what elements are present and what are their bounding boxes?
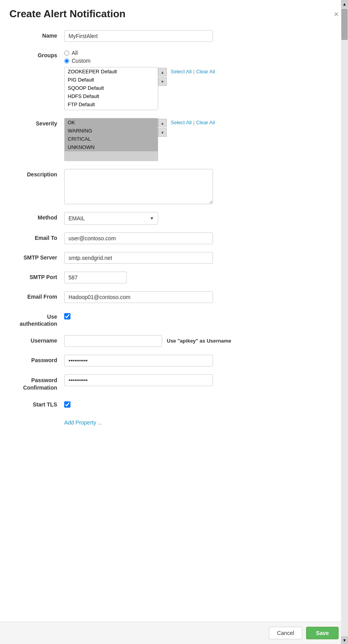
description-label: Description xyxy=(9,169,64,178)
email-from-label: Email From xyxy=(9,291,64,300)
email-to-input[interactable] xyxy=(64,232,213,244)
dialog-footer: Cancel Save xyxy=(0,622,348,644)
close-button[interactable]: × xyxy=(334,10,339,18)
list-item[interactable]: UNKNOWN xyxy=(65,143,158,151)
groups-label: Groups xyxy=(9,50,64,58)
severity-listbox-container: OK WARNING CRITICAL UNKNOWN ▲ ▼ Select A… xyxy=(64,118,215,161)
groups-radio-group: All Custom xyxy=(64,50,90,64)
groups-row: Groups All Custom ZOOKEEPER Default P xyxy=(9,50,339,110)
method-label: Method xyxy=(9,212,64,221)
method-select-wrap: EMAIL SNMP PAGERDUTY ▼ xyxy=(64,212,158,225)
method-row: Method EMAIL SNMP PAGERDUTY ▼ xyxy=(9,212,339,225)
password-row: Password xyxy=(9,355,339,366)
add-property-btn[interactable]: Add Property ... xyxy=(64,419,102,426)
password-confirm-label: Password Confirmation xyxy=(9,374,64,391)
smtp-server-row: SMTP Server xyxy=(9,252,339,264)
start-tls-row: Start TLS xyxy=(9,399,339,408)
password-confirm-control xyxy=(64,374,339,386)
list-item[interactable]: SQOOP Default xyxy=(65,84,158,92)
groups-listbox[interactable]: ZOOKEEPER Default PIG Default SQOOP Defa… xyxy=(64,67,158,110)
list-item[interactable]: WARNING xyxy=(65,127,158,135)
start-tls-checkbox[interactable] xyxy=(64,401,70,408)
severity-clear-all-btn[interactable]: Clear All xyxy=(196,120,215,125)
scrollbar-down-btn[interactable]: ▼ xyxy=(341,636,348,644)
username-row: Username Use "apikey" as Username xyxy=(9,335,339,347)
groups-radio-custom-input[interactable] xyxy=(64,58,69,63)
smtp-port-control xyxy=(64,272,339,283)
scrollbar-thumb[interactable] xyxy=(341,9,348,40)
name-control xyxy=(64,30,339,42)
password-confirm-label-text: Password Confirmation xyxy=(23,377,57,390)
username-input[interactable] xyxy=(64,335,162,347)
scrollbar-track[interactable]: ▲ ▼ xyxy=(341,0,348,644)
severity-separator: | xyxy=(193,120,194,125)
list-item[interactable]: HDFS Default xyxy=(65,92,158,100)
groups-radio-all-input[interactable] xyxy=(64,51,69,56)
dialog-title: Create Alert Notification xyxy=(9,8,126,20)
use-auth-checkbox-wrap xyxy=(64,311,70,319)
dialog-header: Create Alert Notification × xyxy=(0,0,348,24)
description-control xyxy=(64,169,339,204)
email-to-control xyxy=(64,232,339,244)
severity-label: Severity xyxy=(9,118,64,127)
password-label: Password xyxy=(9,355,64,363)
dialog-body: Name Groups All Custom xyxy=(0,24,348,622)
use-auth-checkbox[interactable] xyxy=(64,313,70,319)
email-to-label: Email To xyxy=(9,232,64,241)
groups-clear-all-btn[interactable]: Clear All xyxy=(196,69,215,74)
list-item[interactable]: OK xyxy=(65,118,158,127)
description-textarea[interactable] xyxy=(64,169,213,204)
severity-scroll-up-btn[interactable]: ▲ xyxy=(158,119,167,127)
name-row: Name xyxy=(9,30,339,42)
groups-listbox-container: ZOOKEEPER Default PIG Default SQOOP Defa… xyxy=(64,67,215,110)
groups-radio-all[interactable]: All xyxy=(64,50,90,56)
groups-radio-all-label: All xyxy=(72,50,78,56)
name-label: Name xyxy=(9,30,64,39)
add-property-row: Add Property ... xyxy=(9,415,339,426)
severity-links: Select All | Clear All xyxy=(168,118,215,125)
description-row: Description xyxy=(9,169,339,204)
password-confirm-input[interactable] xyxy=(64,374,213,386)
name-input[interactable] xyxy=(64,30,213,42)
list-item[interactable]: ZOOKEEPER Default xyxy=(65,67,158,76)
severity-row: Severity OK WARNING CRITICAL UNKNOWN ▲ ▼ xyxy=(9,118,339,161)
start-tls-control xyxy=(64,399,339,408)
username-hint: Use "apikey" as Username xyxy=(167,337,231,345)
groups-radio-custom[interactable]: Custom xyxy=(64,58,90,64)
groups-control: All Custom ZOOKEEPER Default PIG Default… xyxy=(64,50,339,110)
method-select[interactable]: EMAIL SNMP PAGERDUTY xyxy=(64,212,158,225)
create-alert-dialog: ▲ ▼ Create Alert Notification × Name Gro… xyxy=(0,0,348,644)
username-label: Username xyxy=(9,335,64,344)
list-item[interactable]: PIG Default xyxy=(65,76,158,84)
groups-select-all-btn[interactable]: Select All xyxy=(171,69,191,74)
use-auth-control xyxy=(64,311,339,319)
severity-select-all-btn[interactable]: Select All xyxy=(171,120,191,125)
smtp-port-input[interactable] xyxy=(64,272,127,283)
groups-separator: | xyxy=(193,69,194,74)
password-control xyxy=(64,355,339,366)
smtp-server-input[interactable] xyxy=(64,252,213,264)
method-control: EMAIL SNMP PAGERDUTY ▼ xyxy=(64,212,339,225)
save-button[interactable]: Save xyxy=(306,627,339,639)
severity-listbox[interactable]: OK WARNING CRITICAL UNKNOWN xyxy=(64,118,158,161)
username-control: Use "apikey" as Username xyxy=(64,335,339,347)
password-input[interactable] xyxy=(64,355,213,366)
smtp-port-label: SMTP Port xyxy=(9,272,64,280)
groups-scroll-up-btn[interactable]: ▲ xyxy=(158,68,167,76)
groups-radio-custom-label: Custom xyxy=(72,58,90,64)
severity-scroll-down-btn[interactable]: ▼ xyxy=(158,128,167,137)
groups-scroll-controls: ▲ ▼ xyxy=(158,68,167,86)
groups-scroll-down-btn[interactable]: ▼ xyxy=(158,77,167,86)
start-tls-checkbox-wrap xyxy=(64,399,70,408)
severity-scroll-controls: ▲ ▼ xyxy=(158,119,167,137)
list-item[interactable]: CRITICAL xyxy=(65,135,158,143)
list-item[interactable]: FTP Default xyxy=(65,100,158,109)
groups-links: Select All | Clear All xyxy=(168,67,215,74)
email-from-input[interactable] xyxy=(64,291,213,303)
start-tls-label: Start TLS xyxy=(9,399,64,408)
email-to-row: Email To xyxy=(9,232,339,244)
smtp-port-row: SMTP Port xyxy=(9,272,339,283)
scrollbar-up-btn[interactable]: ▲ xyxy=(341,0,348,8)
cancel-button[interactable]: Cancel xyxy=(269,627,303,639)
email-from-row: Email From xyxy=(9,291,339,303)
